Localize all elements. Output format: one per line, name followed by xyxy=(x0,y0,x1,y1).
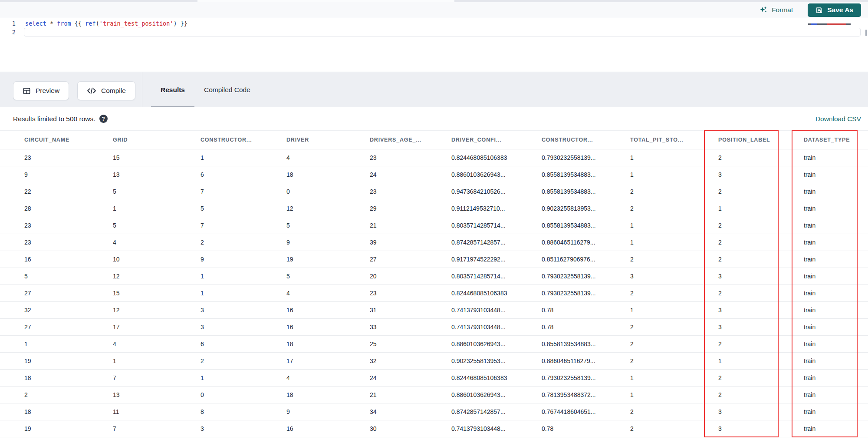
table-cell: 28 xyxy=(24,205,113,212)
table-cell: 5 xyxy=(113,222,201,229)
column-header-driver-confi: DRIVER_CONFI... xyxy=(451,137,542,143)
table-cell: 21 xyxy=(370,391,451,398)
table-cell: 4 xyxy=(286,154,370,161)
column-header-grid: GRID xyxy=(113,137,201,143)
table-cell: 0.9473684210526... xyxy=(451,188,542,195)
table-cell: 0.7413793103448... xyxy=(451,307,542,314)
table-cell: 0.8558139534883... xyxy=(542,171,630,178)
table-cell: 17 xyxy=(113,324,201,331)
table-cell: 0 xyxy=(201,391,286,398)
table-cell: 4 xyxy=(286,290,370,297)
table-grid-icon xyxy=(23,87,31,95)
table-cell: 0.8860103626943... xyxy=(451,341,542,347)
table-cell: 16 xyxy=(286,324,370,331)
table-cell: 16 xyxy=(24,256,113,263)
table-cell: 2 xyxy=(201,239,286,246)
sparkle-icon xyxy=(759,6,768,14)
table-cell: 0.7930232558139... xyxy=(542,374,630,381)
code-token: {{ xyxy=(71,20,85,27)
table-cell: 16 xyxy=(286,307,370,314)
table-cell: 0.7930232558139... xyxy=(542,290,630,297)
code-editor[interactable]: 1 2 select * from {{ ref('train_test_pos… xyxy=(0,18,868,72)
table-cell: 5 xyxy=(286,273,370,280)
table-cell: 0.7413793103448... xyxy=(451,324,542,331)
table-cell: 1 xyxy=(201,374,286,381)
code-line-1[interactable]: select * from {{ ref('train_test_positio… xyxy=(25,19,187,28)
column-header-driver: DRIVER xyxy=(286,137,370,143)
table-cell: 13 xyxy=(113,171,201,178)
table-cell: 32 xyxy=(370,357,451,364)
table-cell: 0.78 xyxy=(542,324,630,331)
table-cell: 1 xyxy=(113,357,201,364)
table-cell: 13 xyxy=(113,391,201,398)
table-cell: 18 xyxy=(24,374,113,381)
results-info-bar: Results limited to 500 rows. ? Download … xyxy=(0,107,868,130)
editor-minimap[interactable] xyxy=(808,23,864,25)
tab-compiled-code-label: Compiled Code xyxy=(204,86,250,94)
tab-compiled-code[interactable]: Compiled Code xyxy=(194,72,260,108)
table-cell: 24 xyxy=(370,171,451,178)
table-cell: 23 xyxy=(24,222,113,229)
code-token: * xyxy=(50,20,53,27)
table-cell: 0.9023255813953... xyxy=(542,205,630,212)
table-cell: 0.8511627906976... xyxy=(542,256,630,263)
code-token: 'train_test_position' xyxy=(99,20,174,27)
table-cell: 9 xyxy=(24,171,113,178)
editor-scrollbar-thumb[interactable] xyxy=(865,30,867,36)
results-limit-text: Results limited to 500 rows. xyxy=(13,115,95,123)
preview-button-label: Preview xyxy=(36,87,59,95)
table-cell: 0.824468085106383 xyxy=(451,290,542,297)
table-cell: 1 xyxy=(113,205,201,212)
table-cell: 0.8860465116279... xyxy=(542,239,630,246)
toolbar-divider xyxy=(142,72,142,108)
line-number-2: 2 xyxy=(0,28,16,36)
table-cell: 7 xyxy=(113,374,201,381)
table-cell: 0.824468085106383 xyxy=(451,154,542,161)
table-cell: 27 xyxy=(370,256,451,263)
table-cell: 3 xyxy=(201,307,286,314)
table-cell: 7 xyxy=(201,188,286,195)
table-cell: 18 xyxy=(286,171,370,178)
table-cell: 22 xyxy=(24,188,113,195)
table-cell: 1 xyxy=(201,154,286,161)
save-as-button-label: Save As xyxy=(827,6,853,14)
table-cell: 3 xyxy=(201,324,286,331)
code-token: ) }} xyxy=(173,20,187,27)
table-cell: 17 xyxy=(286,357,370,364)
table-cell: 15 xyxy=(113,154,201,161)
preview-button[interactable]: Preview xyxy=(13,81,69,100)
table-cell: 19 xyxy=(24,425,113,432)
table-cell: 0.8035714285714... xyxy=(451,222,542,229)
table-cell: 3 xyxy=(201,425,286,432)
download-csv-link[interactable]: Download CSV xyxy=(815,115,861,123)
compile-button[interactable]: Compile xyxy=(77,81,135,100)
table-cell: 5 xyxy=(24,273,113,280)
code-token: from xyxy=(57,20,71,27)
table-cell: 0.8860103626943... xyxy=(451,391,542,398)
tab-results-label: Results xyxy=(161,86,185,94)
table-cell: 6 xyxy=(201,171,286,178)
table-cell: 23 xyxy=(24,154,113,161)
table-cell: 39 xyxy=(370,239,451,246)
table-cell: 0.8035714285714... xyxy=(451,273,542,280)
results-tabs: Results Compiled Code xyxy=(151,72,260,108)
table-cell: 5 xyxy=(201,205,286,212)
code-brackets-icon xyxy=(87,87,96,95)
table-cell: 0.78 xyxy=(542,307,630,314)
code-token xyxy=(46,20,50,27)
table-cell: 19 xyxy=(24,357,113,364)
table-cell: 30 xyxy=(370,425,451,432)
tab-results[interactable]: Results xyxy=(151,72,194,108)
format-button[interactable]: Format xyxy=(756,5,796,15)
current-line-highlight[interactable] xyxy=(24,28,861,36)
save-as-button[interactable]: Save As xyxy=(808,3,861,17)
table-cell: 4 xyxy=(113,341,201,347)
table-cell: 34 xyxy=(370,408,451,415)
table-cell: 0.7813953488372... xyxy=(542,391,630,398)
table-cell: 25 xyxy=(370,341,451,347)
column-header-drivers-age: DRIVERS_AGE_... xyxy=(370,137,451,143)
help-icon[interactable]: ? xyxy=(99,115,108,123)
compile-button-label: Compile xyxy=(101,87,126,95)
save-icon xyxy=(815,7,823,14)
table-cell: 9 xyxy=(201,256,286,263)
